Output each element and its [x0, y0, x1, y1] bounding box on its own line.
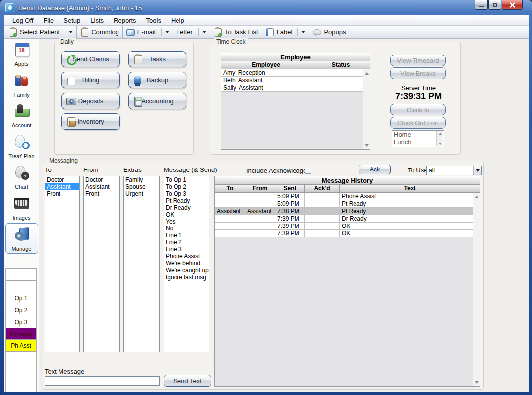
column-header-from[interactable]: From — [245, 185, 275, 192]
operatory-cell[interactable] — [6, 281, 36, 292]
operatory-cell[interactable]: Op 2 — [6, 304, 36, 316]
message-history-row[interactable]: 5:09 PM Phone Assist — [215, 193, 473, 200]
daily-action-button[interactable]: Accounting — [128, 93, 186, 109]
operatory-cell[interactable]: Ph Asst — [6, 340, 36, 352]
message-list-item[interactable]: Line 2 — [164, 239, 209, 246]
to-list-item[interactable]: Doctor — [45, 176, 79, 183]
send-text-button[interactable]: Send Text — [164, 375, 211, 387]
message-list-item[interactable]: We're caught up — [164, 267, 209, 274]
toolbar-button[interactable]: Letter — [173, 26, 210, 38]
daily-action-button[interactable]: Backup — [128, 72, 186, 88]
message-list-item[interactable]: No — [164, 225, 209, 232]
menu-item[interactable]: Lists — [85, 16, 109, 25]
column-header-ackd[interactable]: Ack'd — [305, 185, 340, 192]
include-acknowledged-checkbox[interactable] — [305, 168, 311, 174]
message-list-item[interactable]: Ignore last msg — [164, 274, 209, 281]
scroll-up-icon[interactable] — [437, 132, 443, 136]
toolbar-button[interactable]: Label — [262, 26, 310, 38]
sidebar-module[interactable]: Images — [5, 192, 38, 223]
toolbar-button[interactable]: Commlog — [77, 26, 123, 38]
message-list-item[interactable]: Pt Ready — [164, 197, 209, 204]
view-timecard-button[interactable]: View Timecard — [390, 55, 446, 66]
message-history-row[interactable]: 7:39 PM OK — [215, 230, 473, 237]
toolbar-button[interactable]: E-mail — [123, 26, 173, 38]
daily-action-button[interactable]: Send Claims — [61, 51, 120, 67]
from-list-item[interactable]: Assistant — [84, 183, 119, 190]
employee-grid-scrollbar[interactable] — [363, 69, 370, 149]
message-list-item[interactable]: Yes — [164, 218, 209, 225]
message-list-item[interactable]: Phone Assist — [164, 253, 209, 260]
from-list-item[interactable]: Doctor — [84, 176, 119, 183]
close-button[interactable] — [502, 0, 523, 10]
dropdown-arrow-icon[interactable] — [198, 28, 206, 36]
minimize-button[interactable] — [475, 0, 488, 10]
column-header-to[interactable]: To — [215, 185, 245, 192]
operatory-cell[interactable] — [6, 269, 36, 281]
operatory-cell[interactable]: PtReady — [6, 328, 36, 340]
clock-in-button[interactable]: Clock In — [390, 104, 446, 115]
toolbar-button[interactable]: Popups — [309, 26, 350, 38]
daily-action-button[interactable]: Deposits — [61, 93, 120, 109]
sidebar-module[interactable]: Treat' Plan — [5, 131, 38, 162]
extras-list-item[interactable]: Spouse — [124, 183, 159, 190]
message-list-item[interactable]: OK — [164, 211, 209, 218]
menu-item[interactable]: File — [38, 16, 59, 25]
scroll-up-icon[interactable] — [363, 70, 370, 77]
view-breaks-button[interactable]: View Breaks — [390, 67, 446, 79]
message-history-row[interactable]: 7:39 PM OK — [215, 223, 473, 230]
extras-list-item[interactable]: Urgent — [124, 190, 159, 197]
to-user-combobox[interactable]: all — [426, 166, 482, 175]
menu-item[interactable]: Setup — [59, 16, 85, 25]
menu-item[interactable]: Help — [166, 16, 189, 25]
text-message-input[interactable] — [45, 376, 160, 386]
message-list-item[interactable]: Dr Ready — [164, 204, 209, 211]
sidebar-module[interactable]: Manage — [5, 223, 38, 254]
dropdown-arrow-icon[interactable] — [297, 28, 305, 36]
sidebar-module[interactable]: Account — [5, 100, 38, 131]
column-header-text[interactable]: Text — [340, 185, 480, 192]
message-history-row[interactable]: Assistant Assistant 7:38 PM Pt Ready — [215, 208, 473, 215]
scroll-down-icon[interactable] — [363, 142, 370, 149]
sidebar-module[interactable]: Chart — [5, 162, 38, 192]
message-list-item[interactable]: Line 3 — [164, 246, 209, 253]
scroll-up-icon[interactable] — [473, 193, 480, 200]
menu-item[interactable]: Reports — [109, 16, 141, 25]
daily-action-button[interactable]: Billing — [61, 72, 120, 88]
message-history-scrollbar[interactable] — [473, 193, 480, 386]
extras-list-item[interactable]: Family — [124, 176, 159, 183]
toolbar-button[interactable]: To Task List — [210, 26, 262, 38]
message-list-item[interactable]: To Op 2 — [164, 183, 209, 190]
sidebar-module[interactable]: 18 Appts — [5, 39, 38, 69]
message-list-item[interactable]: Line 1 — [164, 232, 209, 239]
ack-button[interactable]: Ack — [359, 165, 391, 174]
message-history-row[interactable]: 7:39 PM Dr Ready — [215, 215, 473, 223]
clock-out-for-button[interactable]: Clock Out For: — [390, 117, 446, 129]
employee-row[interactable]: Beth Assistant — [221, 77, 363, 84]
message-list-item[interactable]: To Op 3 — [164, 190, 209, 197]
menu-item[interactable]: Tools — [141, 16, 166, 25]
column-header-employee[interactable]: Employee — [221, 61, 311, 69]
daily-action-button[interactable]: Tasks — [128, 51, 186, 67]
combo-dropdown-icon[interactable] — [473, 166, 481, 175]
employee-row[interactable]: Amy Reception — [221, 69, 363, 77]
message-list-item[interactable]: To Op 1 — [164, 176, 209, 183]
dropdown-arrow-icon[interactable] — [161, 28, 169, 36]
sidebar-module[interactable]: Family — [5, 69, 38, 100]
menu-item[interactable]: Log Off — [7, 16, 38, 25]
to-list-item[interactable]: Assistant — [45, 183, 79, 190]
dropdown-arrow-icon[interactable] — [65, 28, 73, 36]
message-history-row[interactable]: 5:09 PM Pt Ready — [215, 200, 473, 208]
column-header-sent[interactable]: Sent — [275, 185, 305, 192]
operatory-cell[interactable]: Op 1 — [6, 292, 36, 304]
column-header-status[interactable]: Status — [311, 61, 370, 69]
daily-action-button[interactable]: Inventory — [61, 113, 120, 130]
scroll-down-icon[interactable] — [437, 142, 443, 146]
message-list-item[interactable]: We're behind — [164, 260, 209, 267]
to-list-item[interactable]: Front — [45, 190, 79, 197]
maximize-button[interactable] — [488, 0, 501, 10]
scroll-down-icon[interactable] — [473, 379, 480, 386]
toolbar-button[interactable]: Select Patient — [5, 26, 77, 38]
employee-row[interactable]: Sally Assistant — [221, 84, 363, 92]
from-list-item[interactable]: Front — [84, 190, 119, 197]
title-bar[interactable]: Demo Database {Admin} - Smith, John - 15 — [0, 0, 532, 15]
